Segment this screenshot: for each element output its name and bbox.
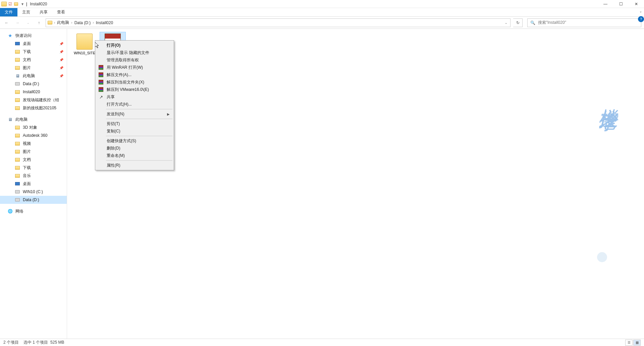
context-menu: 打开(O) 显示/不显示 隐藏的文件 管理员取得所有权 用 WinRAR 打开(… <box>95 40 174 170</box>
pin-icon: 📌 <box>59 42 63 46</box>
context-menu-item[interactable]: 删除(D) <box>96 145 173 152</box>
status-bar: 2 个项目 选中 1 个项目 525 MB ☰ ▦ <box>0 339 644 346</box>
ribbon-tab-home[interactable]: 主页 <box>17 8 35 16</box>
tree-item-icon <box>15 125 20 130</box>
tree-item-icon <box>15 65 20 70</box>
qat-dropdown-icon[interactable]: ▾ <box>19 2 25 6</box>
ribbon-tab-share[interactable]: 共享 <box>35 8 52 16</box>
tree-this-pc[interactable]: 🖥 此电脑 <box>0 115 67 123</box>
close-button[interactable]: ✕ <box>629 0 644 8</box>
tree-item[interactable]: 文档 📌 <box>0 56 67 64</box>
nav-forward-button[interactable]: → <box>13 19 21 27</box>
menu-item-label: 剪切(T) <box>107 121 120 127</box>
context-menu-item[interactable]: 重命名(M) <box>96 152 173 159</box>
tree-item-icon <box>15 97 20 103</box>
submenu-arrow-icon: ▶ <box>167 112 170 116</box>
help-badge-icon[interactable]: ? <box>638 16 644 22</box>
tree-item[interactable]: 音乐 <box>0 172 67 180</box>
tree-item[interactable]: 桌面 📌 <box>0 40 67 48</box>
context-menu-item[interactable]: 解压到 VMware16.0\(E) <box>96 86 173 93</box>
context-menu-item[interactable]: ↗共享 <box>96 93 173 101</box>
tree-item-label: Data (D:) <box>23 81 39 86</box>
network-icon: 🌐 <box>7 209 13 214</box>
tree-item[interactable]: Data (D:) <box>0 80 67 88</box>
folder-icon <box>76 34 93 50</box>
context-menu-item[interactable]: 属性(R) <box>96 162 173 169</box>
tree-item[interactable]: 图片 📌 <box>0 64 67 72</box>
context-menu-item[interactable]: 复制(C) <box>96 127 173 135</box>
tree-item-icon <box>15 197 20 203</box>
winrar-icon <box>98 87 104 92</box>
winrar-icon <box>98 72 104 77</box>
menu-item-label: 创建快捷方式(S) <box>107 138 136 144</box>
view-details-button[interactable]: ☰ <box>625 340 633 346</box>
ribbon-tab-file[interactable]: 文件 <box>0 8 17 16</box>
tree-item-icon <box>15 57 20 62</box>
tree-quick-access[interactable]: ★ 快速访问 <box>0 32 67 40</box>
tree-item[interactable]: 图片 <box>0 148 67 156</box>
menu-item-label: 发送到(N) <box>107 111 124 117</box>
crumb-folder[interactable]: Install020 <box>95 20 114 25</box>
tree-item-label: 桌面 <box>23 41 31 47</box>
context-menu-item[interactable]: 剪切(T) <box>96 120 173 127</box>
minimize-button[interactable]: — <box>598 0 613 8</box>
refresh-button[interactable]: ↻ <box>513 18 523 27</box>
nav-up-button[interactable]: ↑ <box>35 19 43 27</box>
tree-item[interactable]: WIN10 (C:) <box>0 188 67 196</box>
search-icon: 🔍 <box>530 20 535 25</box>
tree-item[interactable]: Autodesk 360 <box>0 131 67 139</box>
file-item[interactable]: WIN10_SITE <box>72 32 97 57</box>
context-menu-item[interactable]: 创建快捷方式(S) <box>96 137 173 145</box>
tree-item[interactable]: 下载 📌 <box>0 48 67 56</box>
context-menu-item[interactable]: 显示/不显示 隐藏的文件 <box>96 49 173 56</box>
address-bar[interactable]: › 此电脑 › Data (D:) › Install020 ⌄ <box>46 18 511 27</box>
chevron-icon[interactable]: › <box>53 21 56 24</box>
ribbon-tab-view[interactable]: 查看 <box>52 8 70 16</box>
title-bar: ☑ ▾ | Install020 — ☐ ✕ <box>0 0 644 8</box>
search-input[interactable]: 🔍 搜索"Install020" <box>527 18 641 27</box>
share-icon: ↗ <box>98 94 104 100</box>
context-menu-item[interactable]: 解压文件(A)... <box>96 71 173 78</box>
qat-properties-icon[interactable]: ☑ <box>7 1 13 7</box>
nav-back-button[interactable]: ← <box>3 19 11 27</box>
tree-item[interactable]: 3D 对象 <box>0 123 67 131</box>
context-menu-item[interactable]: 管理员取得所有权 <box>96 56 173 64</box>
status-selected: 选中 1 个项目 525 MB <box>23 340 64 345</box>
tree-item[interactable]: 🖥 此电脑 📌 <box>0 72 67 80</box>
tree-item-label: 图片 <box>23 149 31 155</box>
qat-new-folder-icon[interactable] <box>13 1 19 7</box>
tree-item[interactable]: Install020 <box>0 88 67 96</box>
tree-item-label: 3D 对象 <box>23 125 37 130</box>
tree-network[interactable]: 🌐 网络 <box>0 207 67 215</box>
address-dropdown-icon[interactable]: ⌄ <box>503 21 509 24</box>
tree-item[interactable]: 视频 <box>0 139 67 148</box>
context-menu-item[interactable]: 打开(O) <box>96 42 173 49</box>
tree-item[interactable]: 发现场福建疾控（绍 <box>0 96 67 104</box>
tree-item-icon: 🖥 <box>15 73 20 78</box>
nav-recent-dropdown[interactable]: ⌄ <box>24 19 32 27</box>
view-icons-button[interactable]: ▦ <box>633 340 641 346</box>
tree-item[interactable]: 桌面 <box>0 180 67 188</box>
tree-item-icon <box>15 89 20 95</box>
maximize-button[interactable]: ☐ <box>613 0 629 8</box>
context-menu-item[interactable]: 用 WinRAR 打开(W) <box>96 64 173 71</box>
tree-item-label: Install020 <box>23 90 40 94</box>
tree-item-icon <box>15 181 20 186</box>
context-menu-item[interactable]: 打开方式(H)... <box>96 101 173 108</box>
chevron-icon[interactable]: › <box>92 21 94 24</box>
context-menu-item[interactable]: 发送到(N) ▶ <box>96 110 173 118</box>
tree-item[interactable]: 新的接线图202105 <box>0 104 67 112</box>
tree-item[interactable]: 下载 <box>0 164 67 172</box>
qat-app-icon[interactable] <box>1 1 7 7</box>
ribbon-expand-icon[interactable]: ⌄ <box>639 9 642 13</box>
chevron-icon[interactable]: › <box>70 21 73 24</box>
tree-item[interactable]: 文档 <box>0 156 67 164</box>
context-menu-item[interactable]: 解压到当前文件夹(X) <box>96 78 173 86</box>
crumb-this-pc[interactable]: 此电脑 <box>56 20 70 25</box>
tree-item[interactable]: Data (D:) <box>0 196 67 204</box>
tree-item-icon <box>15 189 20 194</box>
crumb-drive[interactable]: Data (D:) <box>73 20 92 25</box>
tree-item-label: WIN10 (C:) <box>23 189 43 194</box>
menu-item-label: 解压到当前文件夹(X) <box>107 79 144 85</box>
tree-item-icon <box>15 49 20 54</box>
